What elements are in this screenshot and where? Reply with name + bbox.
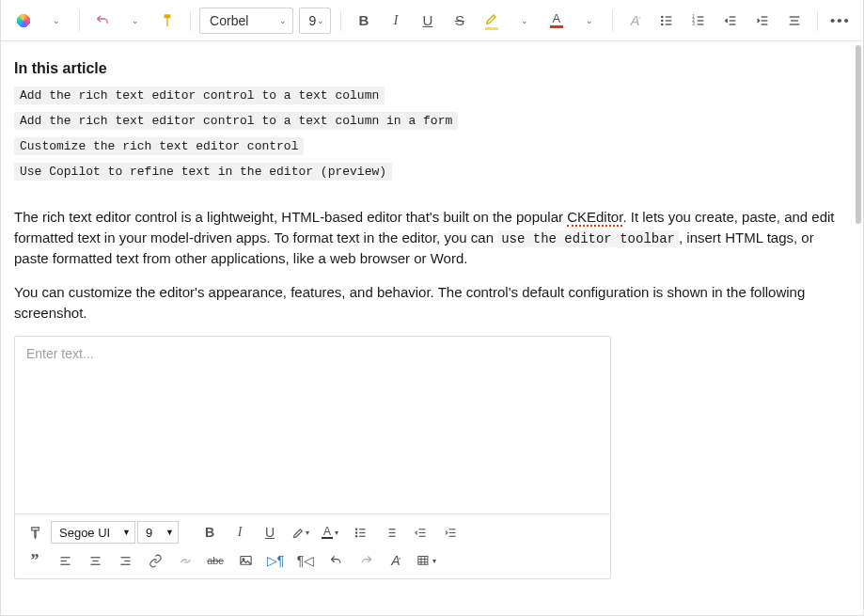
separator: [612, 10, 613, 31]
decrease-indent-button[interactable]: [406, 520, 434, 545]
underline-button[interactable]: U: [256, 520, 284, 545]
chevron-down-icon: ⌄: [317, 16, 324, 25]
font-color-dropdown[interactable]: ⌄: [576, 8, 603, 34]
text: The rich text editor control is a lightw…: [14, 209, 567, 225]
font-color-button[interactable]: A: [543, 8, 570, 34]
spellcheck-squiggle[interactable]: CKEditor: [567, 209, 622, 227]
numbered-list-button[interactable]: [376, 520, 404, 545]
inner-editor-body[interactable]: Enter text...: [15, 337, 610, 513]
blockquote-button[interactable]: ”: [21, 548, 49, 573]
decrease-indent-button[interactable]: [717, 8, 744, 34]
rtl-button[interactable]: ¶◁: [291, 548, 320, 573]
toc-list: Add the rich text editor control to a te…: [14, 87, 848, 181]
inner-font-name-value: Segoe UI: [59, 526, 110, 540]
italic-button[interactable]: I: [226, 520, 254, 545]
bulleted-list-button[interactable]: [653, 8, 680, 34]
bulleted-list-button[interactable]: [346, 520, 374, 545]
clear-formatting-button[interactable]: Aⷡ: [621, 8, 648, 34]
inner-editor: Enter text... Segoe UI ▼ 9 ▼: [14, 336, 611, 579]
copilot-dropdown[interactable]: ⌄: [43, 8, 70, 34]
separator: [817, 10, 818, 31]
format-painter-button[interactable]: [154, 8, 181, 34]
font-size-value: 9: [309, 13, 317, 28]
svg-point-25: [355, 535, 356, 536]
svg-point-0: [662, 16, 663, 17]
bold-button[interactable]: B: [351, 8, 377, 34]
paragraph-1: The rich text editor control is a lightw…: [14, 207, 848, 269]
clear-formatting-button[interactable]: Aⷡ: [382, 548, 410, 573]
ltr-button[interactable]: ▷¶: [261, 548, 290, 573]
align-right-button[interactable]: [111, 548, 139, 573]
caret-down-icon: ▼: [122, 528, 131, 537]
chevron-down-icon: ⌄: [279, 16, 287, 25]
svg-rect-47: [417, 556, 427, 564]
svg-point-21: [355, 529, 356, 529]
highlight-button[interactable]: [479, 8, 505, 34]
separator: [79, 10, 80, 31]
article-heading: In this article: [14, 60, 848, 77]
strikethrough-button[interactable]: abc: [201, 548, 229, 573]
link-button[interactable]: [141, 548, 169, 573]
editor-window: ⌄ ⌄ Corbel ⌄ 9 ⌄ B I U S ⌄ A ⌄ Aⷡ: [0, 0, 864, 616]
separator: [190, 10, 191, 31]
strikethrough-button[interactable]: S: [447, 8, 473, 34]
font-name-value: Corbel: [210, 13, 248, 28]
vertical-scrollbar[interactable]: [856, 45, 861, 224]
underline-button[interactable]: U: [415, 8, 441, 34]
align-button[interactable]: [781, 8, 808, 34]
undo-button[interactable]: [322, 548, 350, 573]
insert-table-button[interactable]: ▾: [412, 548, 440, 573]
more-button[interactable]: •••: [827, 8, 854, 34]
toc-item[interactable]: Customize the rich text editor control: [14, 137, 304, 155]
inner-font-size-value: 9: [146, 526, 152, 540]
highlight-dropdown[interactable]: ⌄: [511, 8, 538, 34]
copilot-button[interactable]: [10, 8, 37, 34]
numbered-list-button[interactable]: 123: [685, 8, 712, 34]
inner-font-name-select[interactable]: Segoe UI ▼: [51, 521, 135, 544]
inner-font-size-select[interactable]: 9 ▼: [137, 521, 179, 544]
svg-point-23: [355, 532, 356, 533]
svg-point-4: [662, 24, 663, 24]
font-color-button[interactable]: A▾: [316, 520, 344, 545]
toc-item[interactable]: Use Copilot to refine text in the editor…: [14, 163, 392, 181]
toc-item[interactable]: Add the rich text editor control to a te…: [14, 87, 385, 104]
insert-image-button[interactable]: [231, 548, 259, 573]
placeholder-text: Enter text...: [26, 346, 94, 361]
increase-indent-button[interactable]: [749, 8, 776, 34]
toc-item[interactable]: Add the rich text editor control to a te…: [14, 112, 458, 130]
font-size-select[interactable]: 9 ⌄: [299, 8, 332, 34]
caret-down-icon: ▼: [165, 528, 174, 537]
italic-button[interactable]: I: [383, 8, 409, 34]
svg-point-2: [662, 20, 663, 21]
align-center-button[interactable]: [81, 548, 109, 573]
paragraph-2: You can customize the editor's appearanc…: [14, 282, 848, 324]
inline-code: use the editor toolbar: [497, 230, 679, 247]
increase-indent-button[interactable]: [436, 520, 464, 545]
undo-button[interactable]: [89, 8, 116, 34]
align-left-button[interactable]: [51, 548, 79, 573]
undo-dropdown[interactable]: ⌄: [122, 8, 149, 34]
highlight-button[interactable]: ▾: [286, 520, 314, 545]
document-body[interactable]: In this article Add the rich text editor…: [1, 41, 863, 594]
separator: [340, 10, 341, 31]
redo-button[interactable]: [352, 548, 380, 573]
svg-text:3: 3: [693, 22, 696, 26]
bold-button[interactable]: B: [196, 520, 224, 545]
inner-toolbar: Segoe UI ▼ 9 ▼ B I U ▾ A▾: [15, 513, 610, 578]
main-toolbar: ⌄ ⌄ Corbel ⌄ 9 ⌄ B I U S ⌄ A ⌄ Aⷡ: [1, 0, 863, 41]
font-name-select[interactable]: Corbel ⌄: [199, 8, 292, 34]
format-painter-button[interactable]: [21, 520, 49, 545]
unlink-button[interactable]: [171, 548, 199, 573]
